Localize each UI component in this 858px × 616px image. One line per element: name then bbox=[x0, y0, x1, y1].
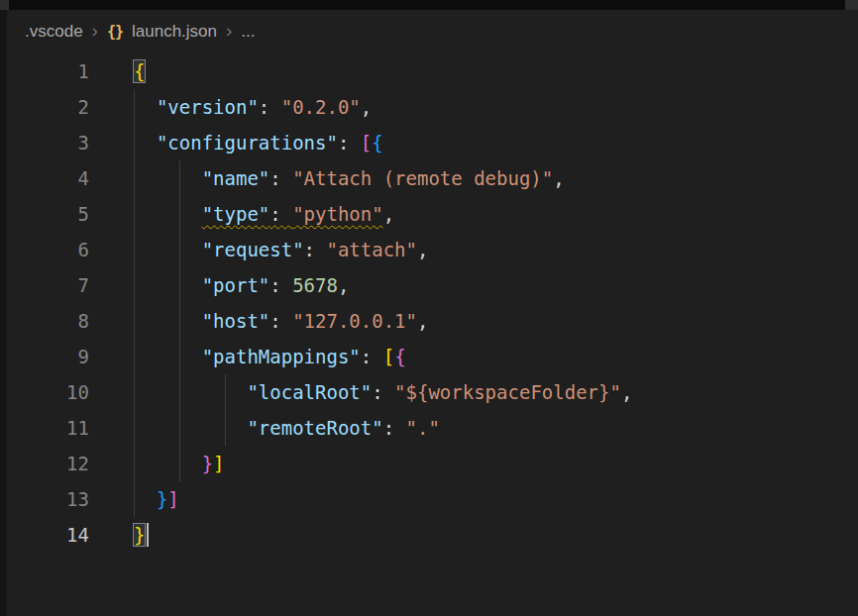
code-token: , bbox=[383, 203, 394, 225]
code-token: "host" bbox=[202, 310, 270, 332]
code-token: "${workspaceFolder}" bbox=[394, 381, 621, 403]
indent-guide bbox=[134, 89, 157, 125]
indent-guide bbox=[134, 196, 179, 232]
line-number[interactable]: 14 bbox=[7, 517, 89, 553]
code-line[interactable]: 13}] bbox=[7, 481, 858, 517]
code-line[interactable]: 12}] bbox=[7, 446, 858, 481]
indent-guide bbox=[179, 232, 202, 267]
code-line-content[interactable]: "pathMappings": [{ bbox=[89, 339, 406, 374]
json-file-icon: {} bbox=[107, 23, 123, 41]
code-line[interactable]: 8"host": "127.0.0.1", bbox=[7, 303, 858, 339]
code-token: : bbox=[269, 203, 292, 225]
code-token: : bbox=[269, 274, 292, 296]
line-number[interactable]: 9 bbox=[7, 339, 89, 374]
code-token: , bbox=[417, 239, 428, 260]
code-line[interactable]: 5"type": "python", bbox=[7, 196, 858, 232]
line-number[interactable]: 1 bbox=[7, 53, 89, 89]
code-line[interactable]: 10"localRoot": "${workspaceFolder}", bbox=[7, 374, 858, 410]
code-token: : bbox=[259, 96, 281, 118]
line-number[interactable]: 3 bbox=[7, 125, 89, 160]
code-token: : bbox=[372, 381, 394, 403]
code-token: "." bbox=[406, 417, 440, 439]
code-line-content[interactable]: "version": "0.2.0", bbox=[89, 89, 372, 125]
indent-guide bbox=[179, 339, 202, 374]
code-line-content[interactable]: }] bbox=[89, 446, 225, 481]
code-token: "name" bbox=[202, 167, 270, 189]
line-number[interactable]: 13 bbox=[7, 481, 89, 517]
code-token: { bbox=[372, 132, 382, 154]
code-token: , bbox=[417, 310, 428, 332]
code-token: [ bbox=[383, 346, 394, 367]
code-token: , bbox=[361, 96, 372, 118]
code-token: ] bbox=[213, 453, 224, 474]
code-token: 5678 bbox=[292, 274, 338, 296]
line-number[interactable]: 6 bbox=[7, 232, 89, 267]
code-token: { bbox=[394, 346, 405, 367]
code-token: : bbox=[304, 239, 327, 260]
breadcrumb-more[interactable]: ... bbox=[241, 22, 255, 42]
code-line-content[interactable]: "localRoot": "${workspaceFolder}", bbox=[89, 374, 632, 410]
line-number[interactable]: 4 bbox=[7, 160, 89, 196]
indent-guide bbox=[134, 410, 179, 446]
breadcrumb-folder[interactable]: .vscode bbox=[25, 22, 83, 42]
code-token: "configurations" bbox=[157, 132, 338, 154]
code-token: "pathMappings" bbox=[202, 346, 361, 367]
indent-guide bbox=[179, 446, 202, 481]
editor-lines: 1{2"version": "0.2.0",3"configurations":… bbox=[7, 53, 858, 553]
code-token: } bbox=[157, 488, 167, 510]
indent-guide bbox=[134, 339, 179, 374]
code-line-content[interactable]: }] bbox=[89, 481, 179, 517]
code-token: "127.0.0.1" bbox=[292, 310, 417, 332]
code-token: : bbox=[361, 346, 383, 367]
line-number[interactable]: 5 bbox=[7, 196, 89, 232]
code-line[interactable]: 2"version": "0.2.0", bbox=[7, 89, 858, 125]
line-number[interactable]: 12 bbox=[7, 446, 89, 481]
text-cursor bbox=[147, 523, 149, 547]
code-line[interactable]: 7"port": 5678, bbox=[7, 267, 858, 303]
code-token: "request" bbox=[202, 239, 304, 260]
code-line[interactable]: 14} bbox=[7, 517, 858, 553]
code-line[interactable]: 1{ bbox=[7, 53, 858, 89]
indent-guide bbox=[134, 374, 179, 410]
breadcrumb-file[interactable]: launch.json bbox=[132, 22, 217, 42]
line-number[interactable]: 7 bbox=[7, 267, 89, 303]
code-line-content[interactable]: "configurations": [{ bbox=[89, 125, 383, 160]
code-token: } bbox=[202, 453, 213, 474]
code-line[interactable]: 11"remoteRoot": "." bbox=[7, 410, 858, 446]
code-token: : bbox=[269, 167, 292, 189]
tab-bar bbox=[0, 0, 858, 10]
indent-guide bbox=[134, 267, 179, 303]
indent-guide bbox=[134, 232, 179, 267]
code-token: "0.2.0" bbox=[281, 96, 361, 118]
chevron-right-icon: › bbox=[226, 21, 232, 43]
line-number[interactable]: 8 bbox=[7, 303, 89, 339]
indent-guide bbox=[134, 303, 179, 339]
code-token: "Attach (remote debug)" bbox=[292, 167, 553, 189]
code-line[interactable]: 3"configurations": [{ bbox=[7, 125, 858, 160]
indent-guide bbox=[179, 303, 202, 339]
indent-guide bbox=[179, 374, 225, 410]
code-line-content[interactable]: "type": "python", bbox=[89, 196, 394, 232]
code-line-content[interactable]: { bbox=[89, 53, 145, 89]
line-number[interactable]: 10 bbox=[7, 374, 89, 410]
code-line[interactable]: 9"pathMappings": [{ bbox=[7, 339, 858, 374]
indent-guide bbox=[179, 410, 225, 446]
line-number[interactable]: 11 bbox=[7, 410, 89, 446]
chevron-right-icon: › bbox=[92, 21, 98, 43]
code-token: "port" bbox=[202, 274, 270, 296]
tab-bar-left-segment bbox=[0, 0, 9, 10]
code-line-content[interactable]: "request": "attach", bbox=[89, 232, 428, 267]
code-token: [ bbox=[361, 132, 372, 154]
code-line-content[interactable]: "host": "127.0.0.1", bbox=[89, 303, 428, 339]
code-token: "attach" bbox=[326, 239, 417, 260]
code-line-content[interactable]: "remoteRoot": "." bbox=[89, 410, 440, 446]
code-token: : bbox=[269, 310, 292, 332]
code-line[interactable]: 6"request": "attach", bbox=[7, 232, 858, 267]
code-line-content[interactable]: "port": 5678, bbox=[89, 267, 349, 303]
indent-guide bbox=[225, 410, 248, 446]
line-number[interactable]: 2 bbox=[7, 89, 89, 125]
code-line[interactable]: 4"name": "Attach (remote debug)", bbox=[7, 160, 858, 196]
code-line-content[interactable]: } bbox=[89, 517, 149, 553]
code-line-content[interactable]: "name": "Attach (remote debug)", bbox=[89, 160, 565, 196]
indent-guide bbox=[225, 374, 248, 410]
